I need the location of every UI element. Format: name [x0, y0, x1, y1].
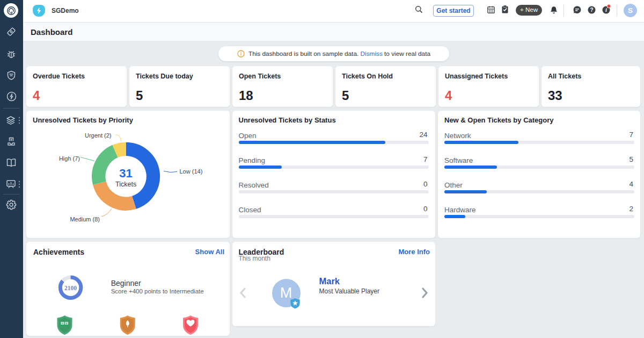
svg-text:2100: 2100 [64, 285, 77, 291]
svg-text:Low (14): Low (14) [180, 168, 203, 175]
svg-text:?: ? [590, 7, 593, 13]
svg-text:31: 31 [119, 167, 132, 180]
svg-text:Medium (8): Medium (8) [70, 216, 100, 222]
svg-text:Tickets: Tickets [115, 181, 136, 188]
svg-text:Urgent (2): Urgent (2) [85, 132, 112, 139]
svg-text:High (7): High (7) [59, 155, 80, 162]
